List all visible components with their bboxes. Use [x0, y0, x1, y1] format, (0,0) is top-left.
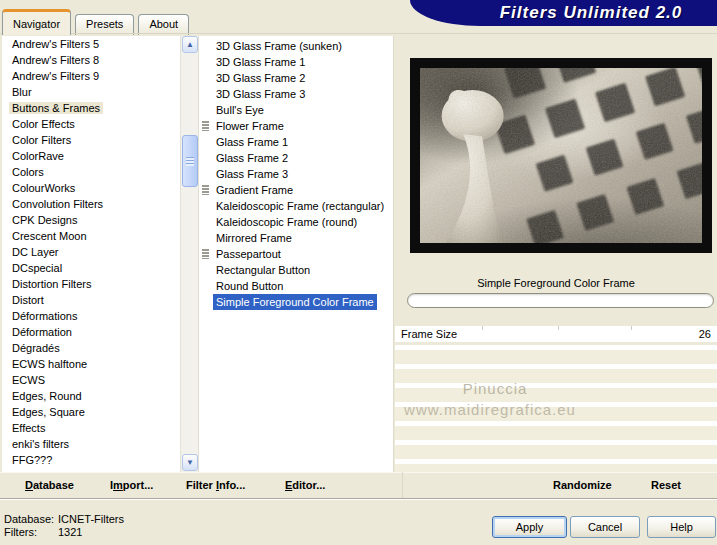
category-item[interactable]: Distort — [2, 292, 180, 308]
filter-item[interactable]: Mirrored Frame — [199, 230, 393, 246]
thumb-grip-icon — [186, 157, 194, 166]
modified-marker-icon — [202, 121, 209, 131]
tab-bar: Navigator Presets About — [2, 9, 193, 35]
filter-item-label: Glass Frame 3 — [213, 166, 291, 182]
menubar-divider — [402, 472, 403, 498]
filter-item-label: Gradient Frame — [213, 182, 296, 198]
category-item[interactable]: Color Effects — [2, 116, 180, 132]
category-item[interactable]: enki's filters — [2, 436, 180, 452]
category-item-label: ColorRave — [9, 150, 67, 162]
category-item[interactable]: CPK Designs — [2, 212, 180, 228]
filter-item-label: Mirrored Frame — [213, 230, 295, 246]
category-item[interactable]: DCspecial — [2, 260, 180, 276]
filter-item-label: Round Button — [213, 278, 286, 294]
category-item[interactable]: ECWS — [2, 372, 180, 388]
category-item[interactable]: ColorRave — [2, 148, 180, 164]
category-item-label: Déformations — [9, 310, 80, 322]
frame-size-slider[interactable]: Frame Size 26 — [395, 326, 717, 342]
category-item[interactable]: Color Filters — [2, 132, 180, 148]
filter-item-label: Rectangular Button — [213, 262, 313, 278]
category-item[interactable]: FFG??? — [2, 452, 180, 468]
filter-item[interactable]: Kaleidoscopic Frame (round) — [199, 214, 393, 230]
category-item-label: enki's filters — [9, 438, 72, 450]
cancel-button[interactable]: Cancel — [570, 516, 640, 538]
progress-bar — [407, 293, 714, 308]
filter-item-label: Bull's Eye — [213, 102, 267, 118]
import-menu-button[interactable]: Import... — [110, 479, 153, 491]
category-item-label: Edges, Round — [9, 390, 85, 402]
category-item[interactable]: Dégradés — [2, 340, 180, 356]
database-menu-button[interactable]: Database — [25, 479, 74, 491]
status-database-label: Database: — [4, 513, 54, 525]
filter-item-label: 3D Glass Frame (sunken) — [213, 38, 345, 54]
filter-item[interactable]: 3D Glass Frame 3 — [199, 86, 393, 102]
category-item[interactable]: Déformations — [2, 308, 180, 324]
category-item[interactable]: DC Layer — [2, 244, 180, 260]
category-item[interactable]: Effects — [2, 420, 180, 436]
tab[interactable]: Presets — [75, 14, 134, 35]
filter-item-label: Flower Frame — [213, 118, 287, 134]
category-item[interactable]: Blur — [2, 84, 180, 100]
category-item[interactable]: Colors — [2, 164, 180, 180]
apply-button[interactable]: Apply — [492, 516, 567, 538]
category-item-label: Crescent Moon — [9, 230, 90, 242]
filter-item[interactable]: Round Button — [199, 278, 393, 294]
filter-item[interactable]: 3D Glass Frame 1 — [199, 54, 393, 70]
filter-item[interactable]: 3D Glass Frame 2 — [199, 70, 393, 86]
scroll-up-button[interactable]: ▲ — [182, 36, 198, 53]
category-item[interactable]: ECWS halftone — [2, 356, 180, 372]
filter-item[interactable]: Simple Foreground Color Frame — [199, 294, 393, 310]
category-item[interactable]: Distortion Filters — [2, 276, 180, 292]
content-divider — [0, 33, 717, 34]
filter-info-menu-button[interactable]: Filter Info... — [186, 479, 245, 491]
category-item-label: ColourWorks — [9, 182, 78, 194]
editor-menu-button[interactable]: Editor... — [285, 479, 325, 491]
filter-item[interactable]: Gradient Frame — [199, 182, 393, 198]
filter-item[interactable]: 3D Glass Frame (sunken) — [199, 38, 393, 54]
filter-item[interactable]: Glass Frame 2 — [199, 150, 393, 166]
category-item[interactable]: Crescent Moon — [2, 228, 180, 244]
filter-item[interactable]: Rectangular Button — [199, 262, 393, 278]
scrollbar-thumb[interactable] — [182, 135, 198, 187]
filter-item[interactable]: Glass Frame 3 — [199, 166, 393, 182]
filter-item[interactable]: Kaleidoscopic Frame (rectangular) — [199, 198, 393, 214]
filter-item-label: Passepartout — [213, 246, 284, 262]
filter-item[interactable]: Passepartout — [199, 246, 393, 262]
category-item[interactable]: Edges, Square — [2, 404, 180, 420]
filter-item[interactable]: Glass Frame 1 — [199, 134, 393, 150]
scroll-up-icon: ▲ — [186, 41, 194, 49]
filter-item-label: Kaleidoscopic Frame (rectangular) — [213, 198, 387, 214]
tab-label: Navigator — [13, 18, 60, 30]
watermark-line1: Pinuccia — [395, 380, 595, 397]
category-item[interactable]: Déformation — [2, 324, 180, 340]
randomize-button[interactable]: Randomize — [553, 479, 612, 491]
category-item-label: Dégradés — [9, 342, 63, 354]
category-scrollbar[interactable]: ▲ ▼ — [180, 36, 198, 472]
category-item-label: DCspecial — [9, 262, 65, 274]
category-item-label: Colors — [9, 166, 47, 178]
tab[interactable]: Navigator — [2, 9, 71, 35]
etched-divider — [0, 498, 717, 500]
help-button[interactable]: Help — [647, 516, 716, 538]
filter-item-label: 3D Glass Frame 3 — [213, 86, 308, 102]
tab[interactable]: About — [138, 14, 189, 35]
filter-item-label: Kaleidoscopic Frame (round) — [213, 214, 360, 230]
category-item[interactable]: Andrew's Filters 5 — [2, 36, 180, 52]
category-item[interactable]: Andrew's Filters 8 — [2, 52, 180, 68]
category-item[interactable]: ColourWorks — [2, 180, 180, 196]
category-item[interactable]: Convolution Filters — [2, 196, 180, 212]
category-item[interactable]: Edges, Round — [2, 388, 180, 404]
status-filters-label: Filters: — [4, 526, 37, 538]
filter-item[interactable]: Flower Frame — [199, 118, 393, 134]
app-title: Filters Unlimited 2.0 — [500, 3, 683, 23]
scroll-down-button[interactable]: ▼ — [182, 454, 198, 471]
category-item[interactable]: Andrew's Filters 9 — [2, 68, 180, 84]
preview-image — [410, 58, 712, 253]
category-item[interactable]: Buttons & Frames — [2, 100, 180, 116]
reset-button[interactable]: Reset — [651, 479, 681, 491]
filter-item-label: 3D Glass Frame 2 — [213, 70, 308, 86]
category-item-label: Blur — [9, 86, 35, 98]
filter-item[interactable]: Bull's Eye — [199, 102, 393, 118]
category-item-label: Color Filters — [9, 134, 74, 146]
preview-fractal-graphic — [420, 68, 702, 243]
